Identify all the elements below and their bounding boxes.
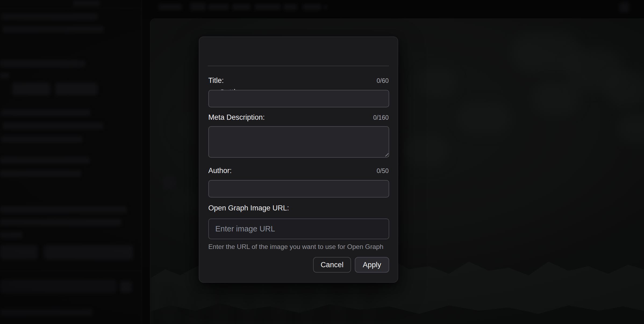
meta-description-textarea[interactable] bbox=[208, 126, 389, 158]
app-window: Settings Title: 0/60 Meta Description: 0… bbox=[0, 0, 644, 324]
author-label: Author: bbox=[208, 167, 232, 174]
og-image-url-helper-text: Enter the URL of the image you want to u… bbox=[208, 243, 383, 250]
title-label: Title: bbox=[208, 77, 224, 84]
author-char-counter: 0/50 bbox=[377, 168, 389, 174]
cancel-button[interactable]: Cancel bbox=[313, 257, 351, 273]
og-image-url-input[interactable] bbox=[208, 219, 389, 239]
og-image-url-label: Open Graph Image URL: bbox=[208, 204, 289, 212]
meta-description-char-counter: 0/160 bbox=[373, 114, 389, 121]
title-input[interactable] bbox=[208, 90, 389, 107]
settings-dialog: Settings Title: 0/60 Meta Description: 0… bbox=[199, 37, 398, 283]
meta-description-label: Meta Description: bbox=[208, 114, 265, 121]
author-input[interactable] bbox=[208, 180, 389, 198]
title-char-counter: 0/60 bbox=[377, 78, 389, 84]
header-divider bbox=[208, 66, 389, 66]
apply-button[interactable]: Apply bbox=[355, 257, 389, 273]
